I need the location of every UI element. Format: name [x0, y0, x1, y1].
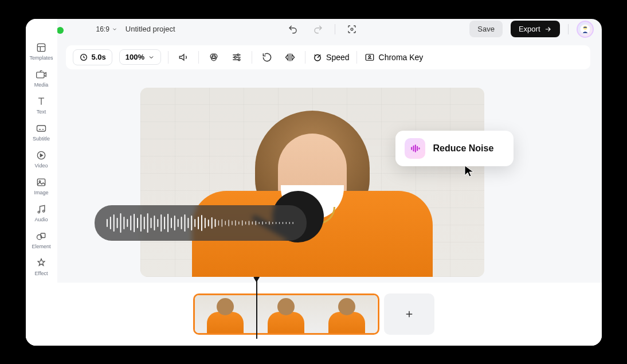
media-icon [36, 69, 47, 80]
zoom-value: 100% [126, 53, 144, 61]
sidebar-item-label: Media [34, 82, 49, 88]
sidebar-item-subtitle[interactable]: Subtitle [27, 123, 56, 142]
sidebar-item-label: Audio [34, 217, 48, 222]
sidebar-item-label: Element [32, 244, 50, 249]
svg-point-22 [369, 55, 370, 57]
clip-thumbnail [316, 295, 377, 333]
svg-rect-1 [37, 126, 46, 131]
svg-point-19 [238, 58, 240, 60]
svg-point-17 [237, 54, 239, 56]
focus-scan-button[interactable] [343, 21, 360, 38]
sidebar-item-templates[interactable]: Templates [27, 42, 56, 61]
duration-value: 5.0s [92, 53, 106, 61]
sidebar-item-label: Video [35, 163, 48, 169]
cursor-icon [464, 165, 475, 177]
speed-label: Speed [326, 53, 349, 62]
zoom-selector[interactable]: 100% [119, 49, 161, 65]
text-icon [36, 96, 47, 107]
sidebar-item-label: Effect [35, 271, 48, 276]
flip-button[interactable] [282, 49, 298, 65]
adjustments-button[interactable] [229, 49, 245, 65]
clock-icon [79, 53, 88, 62]
sidebar-item-media[interactable]: Media [27, 69, 56, 88]
reduce-noise-label: Reduce Noise [433, 143, 494, 154]
audio-waveform-overlay [95, 205, 307, 241]
top-bar: 16:9 Untitled project Save Export [57, 19, 602, 40]
svg-point-10 [351, 28, 353, 30]
sidebar-item-label: Text [37, 109, 46, 115]
sidebar-item-effect[interactable]: Effect [27, 257, 56, 276]
sidebar-item-label: Templates [29, 55, 53, 61]
reduce-noise-icon [405, 138, 425, 159]
speed-icon [312, 52, 323, 62]
sidebar-item-image[interactable]: Image [27, 177, 56, 195]
audio-icon [36, 203, 47, 215]
volume-button[interactable] [175, 49, 191, 65]
separator [335, 24, 335, 34]
save-button[interactable]: Save [469, 21, 503, 37]
image-icon [36, 177, 47, 188]
separator [198, 51, 199, 64]
separator [568, 24, 569, 34]
reduce-noise-popup[interactable]: Reduce Noise [395, 131, 514, 166]
clip-thumbnail [256, 295, 316, 333]
export-button[interactable]: Export [511, 21, 560, 37]
app-window: Templates Media Text Subtitle Video [26, 19, 602, 346]
rotate-button[interactable] [259, 49, 275, 65]
separator [305, 51, 305, 64]
video-icon [36, 150, 47, 161]
chevron-down-icon [112, 26, 117, 32]
timeline-clip[interactable] [193, 293, 379, 335]
redo-button[interactable] [309, 21, 327, 38]
element-icon [36, 230, 47, 242]
plus-icon [404, 309, 414, 319]
sidebar-item-label: Image [34, 190, 48, 195]
separator [168, 51, 168, 64]
chroma-key-button[interactable]: Chroma Key [364, 52, 424, 62]
sidebar-item-audio[interactable]: Audio [27, 203, 56, 222]
project-title[interactable]: Untitled project [126, 25, 175, 33]
svg-point-18 [234, 56, 236, 58]
clip-thumbnail [195, 295, 256, 333]
sidebar-item-video[interactable]: Video [27, 150, 56, 169]
undo-button[interactable] [284, 21, 301, 38]
export-button-label: Export [519, 25, 540, 33]
sidebar-item-element[interactable]: Element [27, 230, 56, 249]
sidebar-item-label: Subtitle [33, 136, 50, 142]
separator [356, 51, 357, 64]
svg-rect-0 [37, 44, 45, 51]
sidebar-item-text[interactable]: Text [27, 96, 56, 115]
separator [252, 51, 252, 64]
aspect-ratio-value: 16:9 [96, 25, 109, 33]
arrow-right-icon [544, 25, 552, 33]
svg-point-5 [38, 211, 40, 213]
aspect-ratio-selector[interactable]: 16:9 [96, 25, 117, 33]
video-preview[interactable] [140, 88, 484, 277]
waveform-icon [105, 212, 296, 234]
svg-rect-3 [37, 179, 45, 186]
editor-toolbar: 5.0s 100% Speed Chrom [66, 45, 590, 69]
chroma-key-icon [364, 52, 375, 62]
effect-icon [36, 257, 47, 269]
user-avatar[interactable] [577, 21, 594, 38]
svg-point-6 [43, 210, 45, 212]
speed-button[interactable]: Speed [312, 52, 349, 62]
add-clip-button[interactable] [384, 293, 434, 335]
duration-pill[interactable]: 5.0s [73, 49, 112, 65]
chroma-key-label: Chroma Key [379, 53, 424, 62]
playhead[interactable] [256, 278, 257, 339]
templates-icon [36, 42, 47, 53]
chevron-down-icon [148, 54, 155, 61]
color-filter-button[interactable] [206, 49, 222, 65]
subtitle-icon [36, 123, 47, 134]
timeline [26, 283, 602, 346]
